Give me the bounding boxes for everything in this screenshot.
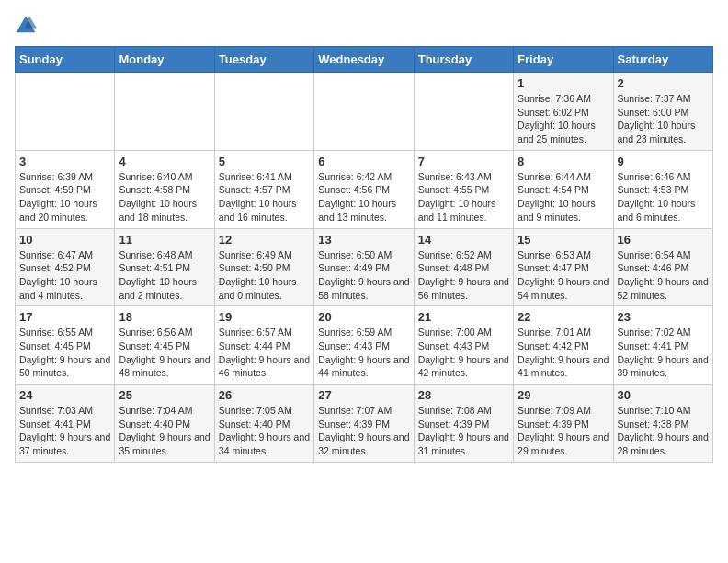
day-number: 22 xyxy=(518,310,609,324)
day-number: 12 xyxy=(219,233,310,247)
calendar-cell: 4Sunrise: 6:40 AM Sunset: 4:58 PM Daylig… xyxy=(115,150,214,228)
cell-content: Sunrise: 6:40 AM Sunset: 4:58 PM Dayligh… xyxy=(119,170,210,224)
cell-content: Sunrise: 6:54 AM Sunset: 4:46 PM Dayligh… xyxy=(618,248,709,303)
cell-content: Sunrise: 7:07 AM Sunset: 4:39 PM Dayligh… xyxy=(318,404,409,458)
calendar-week-row: 1Sunrise: 7:36 AM Sunset: 6:02 PM Daylig… xyxy=(16,73,713,151)
cell-content: Sunrise: 6:53 AM Sunset: 4:47 PM Dayligh… xyxy=(518,248,609,303)
day-number: 7 xyxy=(418,155,509,168)
cell-content: Sunrise: 7:04 AM Sunset: 4:40 PM Dayligh… xyxy=(119,404,210,458)
logo-icon xyxy=(15,15,37,37)
day-number: 23 xyxy=(618,310,709,324)
cell-content: Sunrise: 7:00 AM Sunset: 4:43 PM Dayligh… xyxy=(418,326,509,380)
calendar-cell: 16Sunrise: 6:54 AM Sunset: 4:46 PM Dayli… xyxy=(613,228,712,306)
day-number: 28 xyxy=(418,388,509,402)
day-number: 20 xyxy=(318,310,409,324)
cell-content: Sunrise: 6:50 AM Sunset: 4:49 PM Dayligh… xyxy=(318,248,409,303)
day-number: 29 xyxy=(518,388,609,402)
calendar-table: SundayMondayTuesdayWednesdayThursdayFrid… xyxy=(15,46,713,463)
day-number: 15 xyxy=(518,233,609,247)
calendar-cell xyxy=(414,73,513,151)
cell-content: Sunrise: 6:56 AM Sunset: 4:45 PM Dayligh… xyxy=(119,326,210,380)
day-number: 2 xyxy=(618,76,709,90)
cell-content: Sunrise: 6:44 AM Sunset: 4:54 PM Dayligh… xyxy=(518,170,609,224)
calendar-cell: 30Sunrise: 7:10 AM Sunset: 4:38 PM Dayli… xyxy=(613,385,712,463)
day-number: 13 xyxy=(318,233,409,247)
logo xyxy=(15,15,40,37)
calendar-cell xyxy=(214,73,313,151)
day-number: 19 xyxy=(219,310,310,324)
calendar-cell: 25Sunrise: 7:04 AM Sunset: 4:40 PM Dayli… xyxy=(115,385,214,463)
cell-content: Sunrise: 6:47 AM Sunset: 4:52 PM Dayligh… xyxy=(19,248,110,303)
calendar-cell xyxy=(314,73,414,151)
day-number: 16 xyxy=(618,233,709,247)
calendar-header-row: SundayMondayTuesdayWednesdayThursdayFrid… xyxy=(16,47,713,73)
day-number: 10 xyxy=(19,233,110,247)
calendar-cell: 12Sunrise: 6:49 AM Sunset: 4:50 PM Dayli… xyxy=(214,228,313,306)
calendar-cell: 19Sunrise: 6:57 AM Sunset: 4:44 PM Dayli… xyxy=(214,306,313,385)
cell-content: Sunrise: 7:05 AM Sunset: 4:40 PM Dayligh… xyxy=(219,404,310,458)
cell-content: Sunrise: 6:49 AM Sunset: 4:50 PM Dayligh… xyxy=(219,248,310,303)
day-number: 9 xyxy=(618,155,709,168)
cell-content: Sunrise: 7:02 AM Sunset: 4:41 PM Dayligh… xyxy=(618,326,709,380)
cell-content: Sunrise: 7:01 AM Sunset: 4:42 PM Dayligh… xyxy=(518,326,609,380)
calendar-cell: 3Sunrise: 6:39 AM Sunset: 4:59 PM Daylig… xyxy=(16,150,115,228)
calendar-cell xyxy=(16,73,115,151)
calendar-week-row: 3Sunrise: 6:39 AM Sunset: 4:59 PM Daylig… xyxy=(16,150,713,228)
day-number: 6 xyxy=(318,155,409,168)
calendar-cell: 9Sunrise: 6:46 AM Sunset: 4:53 PM Daylig… xyxy=(613,150,712,228)
header xyxy=(15,15,713,37)
calendar-cell: 20Sunrise: 6:59 AM Sunset: 4:43 PM Dayli… xyxy=(314,306,414,385)
day-number: 3 xyxy=(19,155,110,168)
cell-content: Sunrise: 6:52 AM Sunset: 4:48 PM Dayligh… xyxy=(418,248,509,303)
cell-content: Sunrise: 6:41 AM Sunset: 4:57 PM Dayligh… xyxy=(219,170,310,224)
cell-content: Sunrise: 6:39 AM Sunset: 4:59 PM Dayligh… xyxy=(19,170,110,224)
cell-content: Sunrise: 7:03 AM Sunset: 4:41 PM Dayligh… xyxy=(19,404,110,458)
day-number: 8 xyxy=(518,155,609,168)
calendar-cell: 28Sunrise: 7:08 AM Sunset: 4:39 PM Dayli… xyxy=(414,385,513,463)
calendar-cell: 14Sunrise: 6:52 AM Sunset: 4:48 PM Dayli… xyxy=(414,228,513,306)
day-number: 11 xyxy=(119,233,210,247)
cell-content: Sunrise: 7:10 AM Sunset: 4:38 PM Dayligh… xyxy=(618,404,709,458)
cell-content: Sunrise: 6:48 AM Sunset: 4:51 PM Dayligh… xyxy=(119,248,210,303)
calendar-week-row: 24Sunrise: 7:03 AM Sunset: 4:41 PM Dayli… xyxy=(16,385,713,463)
weekday-header-tuesday: Tuesday xyxy=(214,47,313,73)
calendar-cell: 5Sunrise: 6:41 AM Sunset: 4:57 PM Daylig… xyxy=(214,150,313,228)
cell-content: Sunrise: 7:36 AM Sunset: 6:02 PM Dayligh… xyxy=(518,92,609,146)
weekday-header-wednesday: Wednesday xyxy=(314,47,414,73)
day-number: 18 xyxy=(119,310,210,324)
calendar-cell: 26Sunrise: 7:05 AM Sunset: 4:40 PM Dayli… xyxy=(214,385,313,463)
cell-content: Sunrise: 6:57 AM Sunset: 4:44 PM Dayligh… xyxy=(219,326,310,380)
cell-content: Sunrise: 7:09 AM Sunset: 4:39 PM Dayligh… xyxy=(518,404,609,458)
day-number: 21 xyxy=(418,310,509,324)
cell-content: Sunrise: 6:55 AM Sunset: 4:45 PM Dayligh… xyxy=(19,326,110,380)
calendar-cell: 7Sunrise: 6:43 AM Sunset: 4:55 PM Daylig… xyxy=(414,150,513,228)
day-number: 17 xyxy=(19,310,110,324)
calendar-cell: 13Sunrise: 6:50 AM Sunset: 4:49 PM Dayli… xyxy=(314,228,414,306)
calendar-cell: 11Sunrise: 6:48 AM Sunset: 4:51 PM Dayli… xyxy=(115,228,214,306)
weekday-header-thursday: Thursday xyxy=(414,47,513,73)
weekday-header-monday: Monday xyxy=(115,47,214,73)
calendar-cell: 8Sunrise: 6:44 AM Sunset: 4:54 PM Daylig… xyxy=(514,150,613,228)
calendar-cell: 23Sunrise: 7:02 AM Sunset: 4:41 PM Dayli… xyxy=(613,306,712,385)
weekday-header-sunday: Sunday xyxy=(16,47,115,73)
calendar-cell: 2Sunrise: 7:37 AM Sunset: 6:00 PM Daylig… xyxy=(613,73,712,151)
calendar-week-row: 10Sunrise: 6:47 AM Sunset: 4:52 PM Dayli… xyxy=(16,228,713,306)
calendar-cell: 21Sunrise: 7:00 AM Sunset: 4:43 PM Dayli… xyxy=(414,306,513,385)
day-number: 24 xyxy=(19,388,110,402)
calendar-cell: 24Sunrise: 7:03 AM Sunset: 4:41 PM Dayli… xyxy=(16,385,115,463)
cell-content: Sunrise: 6:59 AM Sunset: 4:43 PM Dayligh… xyxy=(318,326,409,380)
day-number: 5 xyxy=(219,155,310,168)
calendar-cell xyxy=(115,73,214,151)
calendar-cell: 18Sunrise: 6:56 AM Sunset: 4:45 PM Dayli… xyxy=(115,306,214,385)
calendar-week-row: 17Sunrise: 6:55 AM Sunset: 4:45 PM Dayli… xyxy=(16,306,713,385)
cell-content: Sunrise: 7:37 AM Sunset: 6:00 PM Dayligh… xyxy=(618,92,709,146)
day-number: 1 xyxy=(518,76,609,90)
calendar-cell: 15Sunrise: 6:53 AM Sunset: 4:47 PM Dayli… xyxy=(514,228,613,306)
calendar-cell: 1Sunrise: 7:36 AM Sunset: 6:02 PM Daylig… xyxy=(514,73,613,151)
day-number: 26 xyxy=(219,388,310,402)
cell-content: Sunrise: 7:08 AM Sunset: 4:39 PM Dayligh… xyxy=(418,404,509,458)
calendar-cell: 22Sunrise: 7:01 AM Sunset: 4:42 PM Dayli… xyxy=(514,306,613,385)
day-number: 4 xyxy=(119,155,210,168)
cell-content: Sunrise: 6:42 AM Sunset: 4:56 PM Dayligh… xyxy=(318,170,409,224)
cell-content: Sunrise: 6:46 AM Sunset: 4:53 PM Dayligh… xyxy=(618,170,709,224)
